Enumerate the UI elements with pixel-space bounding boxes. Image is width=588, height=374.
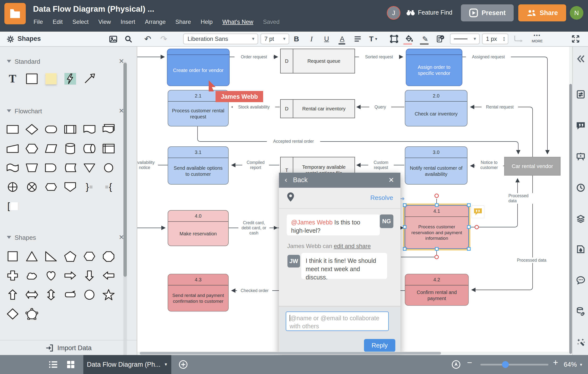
shape-collate[interactable]	[45, 182, 57, 192]
collapse-panel-icon[interactable]	[576, 54, 586, 64]
reply-button[interactable]: Reply	[364, 339, 395, 352]
shape-polygon[interactable]	[25, 308, 38, 320]
shape-brace-right[interactable]: }≡	[86, 182, 93, 192]
close-icon[interactable]: ✕	[388, 176, 394, 184]
font-size-select[interactable]: 7 pt▼	[261, 33, 289, 44]
external-entity-vendor[interactable]: Car rental vendor	[504, 157, 561, 176]
shape-lightning[interactable]	[64, 73, 76, 85]
page-list-icon[interactable]	[48, 360, 58, 369]
shape-arrow-down[interactable]	[83, 270, 96, 281]
shape-predefined-process[interactable]	[64, 124, 76, 135]
align-button[interactable]	[352, 33, 363, 44]
shape-square[interactable]	[6, 251, 19, 262]
add-page-icon[interactable]	[178, 360, 188, 369]
shape-diamond[interactable]	[6, 308, 19, 319]
canvas-hscrollbar-thumb[interactable]	[140, 352, 441, 354]
resize-handle[interactable]	[467, 247, 471, 251]
shape-paper-tape[interactable]	[6, 163, 19, 173]
zoom-out-button[interactable]: −	[467, 357, 472, 368]
resize-handle[interactable]	[467, 203, 471, 207]
pin-icon[interactable]	[286, 192, 295, 203]
collapse-triangle-icon[interactable]	[7, 110, 11, 112]
resolve-button[interactable]: Resolve	[370, 194, 393, 202]
shape-heart[interactable]	[45, 270, 57, 281]
collapse-triangle-icon[interactable]	[7, 236, 11, 239]
menu-insert[interactable]: Insert	[121, 19, 135, 25]
shape-or[interactable]	[6, 181, 19, 193]
shape-database[interactable]	[64, 143, 76, 154]
process-node-4-3[interactable]: 4.3 Send rental and payment confirmation…	[168, 274, 229, 311]
shape-brace-left[interactable]: ≡{	[105, 182, 112, 192]
shape-triangle[interactable]	[25, 251, 38, 262]
collapse-triangle-icon[interactable]	[7, 60, 11, 63]
zoom-slider-thumb[interactable]	[502, 361, 509, 368]
feature-find-button[interactable]: Feature Find	[406, 9, 452, 16]
resize-handle[interactable]	[467, 225, 471, 229]
line-style-select[interactable]: ▼	[450, 33, 480, 44]
process-node-3-0[interactable]: 3.0 Notify rental customer of availabili…	[405, 146, 467, 185]
connector-type-button[interactable]	[512, 33, 524, 44]
spinner-arrows[interactable]: ▲▼	[503, 36, 505, 42]
present-button[interactable]: Present	[461, 4, 514, 22]
zoom-level-select[interactable]: 64% ▼	[564, 361, 583, 368]
shape-octagon[interactable]	[102, 251, 115, 262]
gear-icon[interactable]	[6, 35, 15, 43]
shape-off-page-connector[interactable]	[64, 182, 76, 192]
shape-right-triangle[interactable]	[45, 251, 57, 262]
shape-pentagon[interactable]	[64, 251, 76, 262]
menu-file[interactable]: File	[33, 19, 43, 25]
shape-arrow[interactable]	[84, 73, 95, 84]
data-linking-icon[interactable]	[576, 306, 586, 316]
import-data-button[interactable]: Import Data	[0, 340, 137, 355]
shape-extract[interactable]	[83, 163, 96, 173]
zoom-slider[interactable]	[480, 364, 548, 365]
resize-handle[interactable]	[403, 225, 407, 229]
page-style-icon[interactable]	[576, 244, 586, 254]
more-tools-button[interactable]: ••• MORE	[529, 33, 546, 43]
shape-process[interactable]	[6, 124, 19, 135]
comment-badge-icon[interactable]	[472, 206, 484, 218]
bold-button[interactable]: B	[292, 33, 301, 44]
shape-decision[interactable]	[25, 124, 38, 135]
menu-select[interactable]: Select	[73, 19, 89, 25]
layers-icon[interactable]	[576, 214, 586, 224]
text-options-button[interactable]: T▼	[368, 33, 379, 44]
process-node-assign-vendor[interactable]: Assign order to specific vendor	[406, 49, 462, 86]
shape-terminator[interactable]	[45, 124, 57, 135]
pan-to-content-icon[interactable]	[451, 360, 461, 369]
shape-data[interactable]	[45, 143, 57, 154]
shape-text[interactable]: T	[9, 73, 16, 84]
share-button[interactable]: Share	[518, 4, 566, 22]
shape-arrow-right[interactable]	[64, 270, 76, 281]
shape-connector[interactable]	[102, 163, 115, 173]
edit-and-share-link[interactable]: edit and share	[334, 243, 371, 249]
process-node-create-order[interactable]: Create order for vendor	[167, 49, 230, 86]
mention-text[interactable]: @James Webb	[291, 219, 333, 226]
reply-input[interactable]: @name or @email to collaborate with othe…	[286, 311, 389, 331]
menu-share[interactable]: Share	[175, 19, 191, 25]
endpoint-circle[interactable]	[434, 194, 439, 198]
shape-style-icon[interactable]	[389, 33, 399, 44]
document-title[interactable]: Data Flow Diagram (Physical) ...	[33, 4, 154, 14]
line-color-button[interactable]: ✎	[420, 33, 430, 44]
shape-arrow-left[interactable]	[102, 270, 115, 281]
shape-arrow-left-right[interactable]	[25, 289, 38, 300]
resize-handle[interactable]	[435, 247, 439, 251]
process-node-4-2[interactable]: 4.2 Confirm rental and payment	[405, 274, 469, 306]
notes-quote-icon[interactable]	[576, 121, 586, 130]
resize-handle[interactable]	[403, 203, 407, 207]
menu-help[interactable]: Help	[201, 19, 213, 25]
shape-rectangle[interactable]	[25, 73, 38, 85]
home-folder-icon[interactable]	[4, 3, 26, 24]
italic-button[interactable]: I	[307, 33, 316, 44]
line-width-stepper[interactable]: 1 px ▲▼	[482, 33, 508, 44]
shape-star[interactable]	[102, 289, 115, 300]
text-color-button[interactable]: A	[337, 33, 347, 44]
sidebar-scrollbar-thumb[interactable]	[123, 63, 127, 277]
shape-multi-document[interactable]	[102, 124, 115, 135]
menu-whats-new[interactable]: What's New	[222, 19, 253, 25]
shape-text-bracket[interactable]: [	[7, 201, 18, 211]
image-icon[interactable]	[109, 35, 118, 44]
user-avatar[interactable]: N	[570, 6, 583, 20]
endpoint-circle[interactable]	[434, 255, 439, 259]
